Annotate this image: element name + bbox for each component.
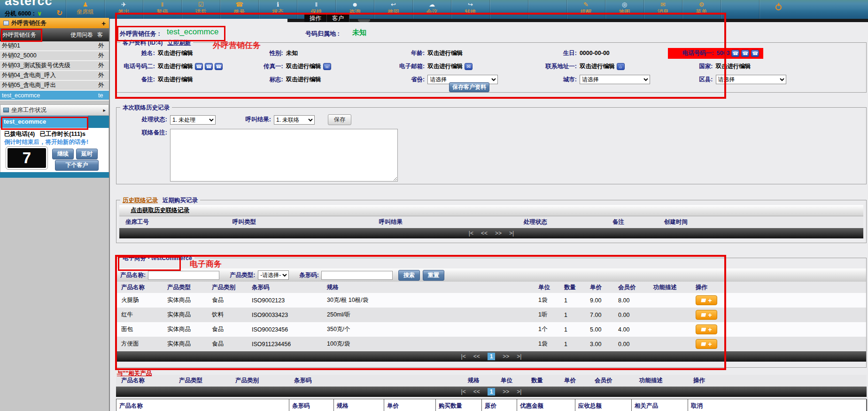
phone-out-icon[interactable]: ☎	[731, 50, 739, 57]
address-icon[interactable]: ⌂	[617, 63, 625, 70]
fetch-history-link[interactable]: 点击获取历史联络记录	[131, 206, 189, 214]
task-list-item[interactable]: 外销05_含电商_呼出外	[0, 81, 109, 91]
toolbar-item-status[interactable]: ℹ状态	[258, 0, 297, 19]
page-next-button[interactable]: >>	[503, 388, 509, 395]
page-last-button[interactable]: >|	[509, 230, 514, 237]
field-value[interactable]: 双击进行编辑	[716, 63, 751, 71]
contact-note-textarea[interactable]	[170, 129, 398, 182]
page-first-button[interactable]: |<	[461, 388, 466, 395]
reset-button[interactable]: 重置	[423, 270, 444, 281]
page-prev-button[interactable]: <<	[473, 353, 480, 360]
phone-copy-icon[interactable]: ☎	[215, 63, 223, 70]
call-result-select[interactable]: 1. 未联络	[274, 115, 315, 125]
customer-field: 电子邮箱:双击进行编辑✉	[391, 60, 536, 73]
chevron-down-icon[interactable]: ∨	[37, 10, 42, 17]
toolbar-item-power[interactable]	[759, 0, 798, 19]
add-task-button[interactable]: +	[101, 19, 106, 27]
toolbar-item-dial[interactable]: ☎拨号	[220, 0, 258, 19]
phone-copy-icon[interactable]: ☎	[751, 50, 759, 57]
phone-sms-icon[interactable]: ☎	[205, 63, 213, 70]
field-value[interactable]: 双击进行编辑	[286, 76, 321, 84]
add-to-cart-button[interactable]: +	[696, 310, 717, 320]
toolbar-item-menu[interactable]: ⚙菜单	[682, 0, 721, 19]
tab-customer[interactable]: 客户	[327, 14, 349, 22]
toolbar-item-label: 签出	[105, 8, 143, 15]
field-value[interactable]: 双击进行编辑	[286, 63, 321, 71]
task-list-item[interactable]: 外销02_5000外	[0, 51, 109, 61]
refresh-now-link[interactable]: 立即刷新	[167, 39, 191, 47]
continue-button[interactable]: 继续	[52, 149, 74, 159]
field-value[interactable]: 5003	[717, 50, 730, 56]
tab-operation[interactable]: 操作	[304, 14, 327, 22]
page-next-button[interactable]: >>	[495, 230, 502, 237]
page-next-button[interactable]: >>	[503, 353, 509, 360]
task-list-item[interactable]: 外销01外	[0, 41, 109, 51]
task-list-item[interactable]: 外销03_测试预拨号优先级外	[0, 61, 109, 71]
field-label: 联系地址一:	[536, 63, 577, 71]
table-cell: 4.00	[613, 326, 649, 333]
toolbar-item-label: 地图	[605, 8, 643, 15]
process-status-select[interactable]: 1. 未处理	[170, 115, 216, 125]
phone-sms-icon[interactable]: ☎	[741, 50, 749, 57]
barcode-input[interactable]	[321, 271, 393, 280]
product-name-input[interactable]	[148, 271, 219, 280]
fax-icon[interactable]: ☏	[323, 63, 331, 70]
power-icon	[775, 4, 782, 10]
refresh-icon[interactable]: ↻	[56, 8, 62, 17]
page-last-button[interactable]: >|	[517, 353, 521, 360]
search-button[interactable]: 搜索	[398, 270, 420, 281]
save-customer-button[interactable]: 保存客户资料	[449, 82, 489, 92]
field-value[interactable]: 未知	[286, 49, 298, 57]
task-list-item[interactable]: test_ecommcete	[0, 91, 109, 101]
page-first-button[interactable]: |<	[461, 353, 466, 360]
toolbar-item-reminder[interactable]: ✎提醒	[566, 0, 605, 19]
toolbar-item-message[interactable]: ✉消息	[643, 0, 682, 19]
field-select[interactable]: 请选择	[716, 75, 786, 84]
product-type-select[interactable]: -请选择-	[258, 270, 289, 280]
task-fragment: 外	[98, 81, 109, 89]
task-fragment: 外	[98, 62, 109, 70]
add-to-cart-button[interactable]: +	[696, 324, 717, 334]
toolbar-item-transfer[interactable]: ↪转接	[451, 0, 489, 19]
field-value[interactable]: 双击进行编辑	[158, 76, 193, 84]
toolbar-item-map[interactable]: ◎地图	[605, 0, 643, 19]
field-select[interactable]: 请选择	[580, 75, 650, 84]
field-value[interactable]: 双击进行编辑	[580, 63, 615, 71]
toolbar-item-pause[interactable]: ‖暂停	[143, 0, 181, 19]
email-icon[interactable]: ✉	[465, 63, 473, 70]
toolbar-item-sign-out[interactable]: ✈签出	[104, 0, 143, 19]
agent-task-tab[interactable]: test_ecommce	[0, 116, 88, 128]
task-fragment: 外	[98, 52, 109, 60]
page-first-button[interactable]: |<	[469, 230, 473, 237]
column-header: 原价	[482, 399, 517, 411]
field-value[interactable]: 双击进行编辑	[158, 49, 193, 57]
page-prev-button[interactable]: <<	[473, 388, 480, 395]
related-products-link[interactable]: 与""相关产品	[117, 370, 152, 378]
field-value[interactable]: 0000-00-00	[580, 50, 610, 56]
contact-record-section: 本次联络历史记录 处理状态: 1. 未处理 呼叫结果: 1. 未联络 保存 联络…	[116, 107, 867, 184]
add-to-cart-button[interactable]: +	[696, 295, 717, 305]
toolbar-item-after-call[interactable]: ☑话后	[181, 0, 220, 19]
page-prev-button[interactable]: <<	[481, 230, 488, 237]
save-contact-button[interactable]: 保存	[328, 114, 351, 125]
tab-history-records[interactable]: 历史联络记录	[123, 197, 158, 205]
table-cell: 250ml/听	[322, 311, 534, 319]
add-to-cart-button[interactable]: +	[696, 339, 717, 349]
field-value[interactable]: 双击进行编辑	[158, 63, 193, 71]
task-list-item[interactable]: 外销04_含电商_呼入外	[0, 71, 109, 81]
next-customer-button[interactable]: 下个客户	[55, 160, 99, 171]
field-value[interactable]: 双击进行编辑	[427, 49, 463, 57]
phone-out-icon[interactable]: ☎	[195, 63, 203, 70]
toolbar-item-agent-group[interactable]: ♟坐席组	[66, 0, 104, 19]
delay-button[interactable]: 延时	[76, 149, 98, 159]
field-value[interactable]: 双击进行编辑	[427, 63, 463, 71]
toolbar-item-take-back[interactable]: ↩接回	[374, 0, 412, 19]
table-cell: 火腿肠	[116, 296, 163, 304]
toolbar-item-conference[interactable]: ☁会议	[412, 0, 451, 19]
task-value: test_ecommce	[167, 27, 219, 37]
expand-arrow-icon[interactable]: ▸	[103, 107, 106, 113]
tab-recent-purchases[interactable]: 近期购买记录	[163, 197, 198, 205]
customer-form-row: 姓名:双击进行编辑性别:未知年龄:双击进行编辑生日:0000-00-00电话号码…	[116, 47, 866, 60]
page-last-button[interactable]: >|	[517, 388, 521, 395]
table-cell: 食品	[207, 296, 247, 304]
